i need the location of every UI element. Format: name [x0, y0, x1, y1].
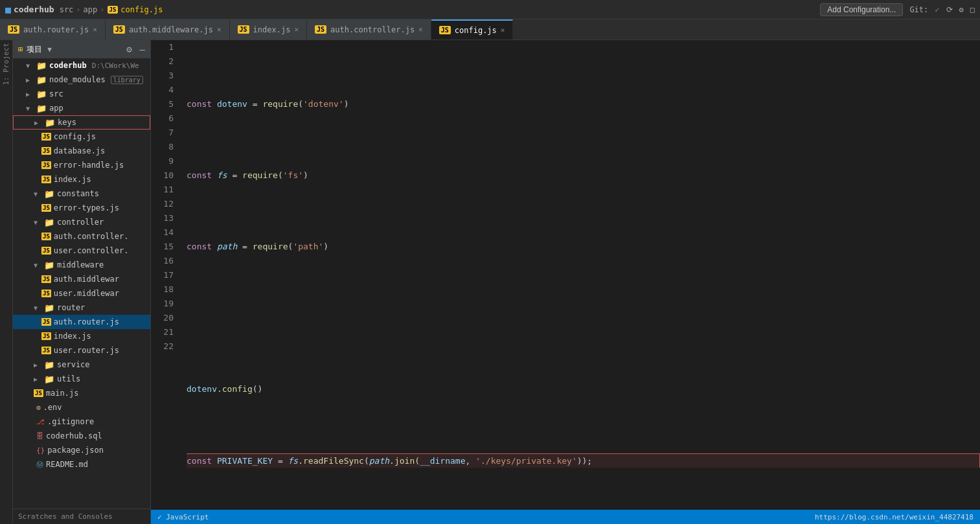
status-info: ✓ JavaScript: [157, 513, 209, 521]
app-label: app: [49, 104, 63, 113]
sidebar-item-router[interactable]: ▼ 📁 router: [13, 301, 150, 315]
folder-icon: 📁: [44, 189, 54, 199]
tab-label: auth.router.js: [23, 25, 89, 34]
tab-label: config.js: [455, 26, 497, 35]
top-bar: ■ coderhub src › app › JS config.js Add …: [0, 0, 980, 19]
sidebar-item-src[interactable]: ▶ 📁 src: [13, 87, 150, 101]
code-line-1: const dotenv = require('dotenv'): [187, 97, 980, 111]
sidebar-item-auth-controller-js[interactable]: JS auth.controller.: [13, 229, 150, 244]
project-strip-label: 1: Project: [3, 43, 10, 85]
tab-close[interactable]: ✕: [501, 26, 505, 34]
sidebar-item-main-js[interactable]: JS main.js: [13, 386, 150, 400]
folder-icon: 📁: [44, 218, 54, 227]
sidebar-item-constants[interactable]: ▼ 📁 constants: [13, 187, 150, 201]
sidebar-item-user-router-js[interactable]: JS user.router.js: [13, 343, 150, 358]
code-line-4: [187, 311, 980, 325]
expand-arrow: ▶: [26, 76, 34, 84]
dropdown-arrow: ▼: [47, 45, 52, 54]
sep1: ›: [76, 5, 80, 14]
sidebar-item-controller[interactable]: ▼ 📁 controller: [13, 215, 150, 229]
tab-close[interactable]: ✕: [217, 25, 222, 34]
tab-auth-controller[interactable]: JS auth.controller.js ✕: [307, 19, 431, 40]
sidebar-item-config-js[interactable]: JS config.js: [13, 130, 150, 144]
code-line-3: const path = require('path'): [187, 240, 980, 254]
library-badge: library: [111, 76, 143, 84]
js-file-icon: JS: [41, 161, 51, 169]
folder-icon: 📁: [36, 61, 47, 71]
sidebar-item-auth-middleware-js[interactable]: JS auth.middlewar: [13, 272, 150, 286]
sidebar-item-user-controller-js[interactable]: JS user.controller.: [13, 244, 150, 258]
expand-arrow: ▶: [26, 91, 34, 98]
varname: dotenv: [217, 97, 247, 111]
top-bar-icon3[interactable]: □: [970, 5, 975, 14]
js-file-icon: JS: [41, 176, 51, 183]
scratches-and-consoles[interactable]: Scratches and Consoles: [13, 508, 150, 524]
sidebar-item-env[interactable]: ⚙ .env: [13, 400, 150, 415]
sidebar-tree[interactable]: ▼ 📁 coderhub D:\CWork\We ▶ 📁 node_module…: [13, 58, 150, 508]
tab-close[interactable]: ✕: [294, 25, 299, 34]
editor-area: 12345 678910 1112131415 1617181920 2122 …: [151, 40, 980, 524]
sidebar-item-error-handle-js[interactable]: JS error-handle.js: [13, 158, 150, 172]
sidebar-item-error-types-js[interactable]: JS error-types.js: [13, 201, 150, 215]
tab-label: auth.controller.js: [330, 25, 415, 34]
sidebar-item-node-modules[interactable]: ▶ 📁 node_modules library: [13, 73, 150, 87]
main-area: 1: Project ⊞ 项目 ▼ ⚙ — ▼ 📁 coderhub D:\CW…: [0, 40, 980, 524]
folder-icon: 📁: [36, 104, 47, 113]
js-file-icon: JS: [41, 147, 51, 155]
sidebar-item-index-js[interactable]: JS index.js: [13, 172, 150, 187]
sidebar-item-app[interactable]: ▼ 📁 app: [13, 101, 150, 115]
editor-content[interactable]: 12345 678910 1112131415 1617181920 2122 …: [151, 40, 980, 510]
sidebar-item-user-middleware-js[interactable]: JS user.middlewar: [13, 286, 150, 301]
expand-arrow: ▼: [34, 219, 41, 226]
sidebar-item-utils[interactable]: ▶ 📁 utils: [13, 372, 150, 386]
tab-close[interactable]: ✕: [418, 25, 423, 34]
left-strip: 1: Project: [0, 40, 13, 524]
tab-auth-router[interactable]: JS auth.router.js ✕: [0, 19, 106, 40]
sidebar-item-middleware[interactable]: ▼ 📁 middleware: [13, 258, 150, 272]
env-label: .env: [43, 403, 62, 412]
add-config-button[interactable]: Add Configuration...: [820, 3, 903, 16]
error-handle-js-label: error-handle.js: [54, 161, 124, 170]
sidebar-item-service[interactable]: ▶ 📁 service: [13, 358, 150, 372]
sidebar-item-keys[interactable]: ▶ 📁 keys: [13, 115, 150, 130]
sidebar-header: ⊞ 项目 ▼ ⚙ —: [13, 40, 150, 58]
sidebar-item-coderhub-sql[interactable]: 🗄 coderhub.sql: [13, 429, 150, 443]
project-root[interactable]: ▼ 📁 coderhub D:\CWork\We: [13, 58, 150, 73]
sidebar: ⊞ 项目 ▼ ⚙ — ▼ 📁 coderhub D:\CWork\We ▶ 📁 …: [13, 40, 151, 524]
breadcrumb-src: src: [60, 5, 74, 14]
js-file-icon: JS: [34, 389, 43, 397]
tab-auth-middleware[interactable]: JS auth.middleware.js ✕: [106, 19, 230, 40]
sidebar-item-router-index-js[interactable]: JS index.js: [13, 329, 150, 343]
tab-index[interactable]: JS index.js ✕: [230, 19, 307, 40]
service-label: service: [57, 360, 90, 369]
controller-label: controller: [57, 218, 104, 227]
js-file-icon: JS: [41, 290, 51, 297]
app-name: coderhub: [14, 5, 54, 14]
error-types-label: error-types.js: [54, 203, 119, 212]
js-file-icon: JS: [41, 347, 51, 354]
env-icon: ⚙: [36, 404, 41, 412]
tab-close[interactable]: ✕: [93, 25, 97, 34]
top-bar-icon1[interactable]: ⟳: [946, 5, 953, 14]
fn: require: [262, 97, 298, 111]
sidebar-item-gitignore[interactable]: ⎇ .gitignore: [13, 415, 150, 429]
project-name: coderhub: [49, 61, 87, 70]
minus-icon[interactable]: —: [140, 44, 145, 54]
expand-arrow: ▶: [34, 361, 41, 369]
sidebar-item-readme-md[interactable]: Ⓜ README.md: [13, 457, 150, 472]
keys-label: keys: [58, 118, 76, 127]
code-content[interactable]: const dotenv = require('dotenv') const f…: [180, 40, 980, 510]
database-js-label: database.js: [54, 146, 105, 155]
project-header-label: 项目: [27, 44, 42, 55]
sidebar-item-auth-router-js[interactable]: JS auth.router.js: [13, 315, 150, 329]
gear-icon[interactable]: ⚙: [126, 44, 131, 54]
utils-label: utils: [57, 374, 80, 383]
sidebar-item-package-json[interactable]: {} package.json: [13, 443, 150, 457]
js-file-icon: JS: [41, 275, 51, 283]
breadcrumb-file: config.js: [120, 5, 163, 14]
sidebar-item-database-js[interactable]: JS database.js: [13, 144, 150, 158]
sql-icon: 🗄: [36, 432, 43, 440]
code-line-5: dotenv.config(): [187, 382, 980, 396]
top-bar-icon2[interactable]: ⚙: [959, 5, 964, 14]
tab-config[interactable]: JS config.js ✕: [431, 19, 514, 40]
